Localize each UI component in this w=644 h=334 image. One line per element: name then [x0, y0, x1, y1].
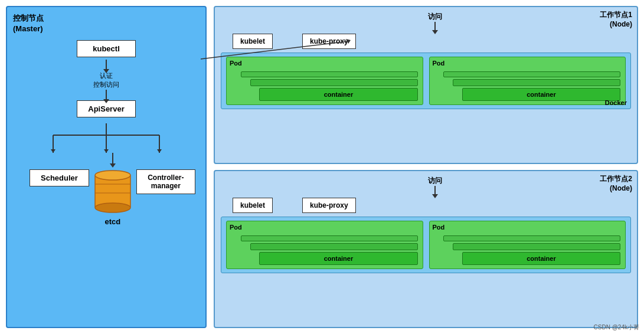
watermark: CSDN @24k小菁 — [594, 323, 639, 332]
auth-label: 认证 控制访问 — [93, 71, 119, 89]
worker1-pod2-container-back1 — [453, 79, 620, 86]
etcd-arrow — [112, 153, 113, 165]
etcd-cylinder-svg — [89, 165, 136, 215]
master-panel: 控制节点 (Master) kubectl 认证 控制访问 ApiServer — [6, 6, 207, 328]
arrow-shaft-2 — [106, 90, 107, 100]
worker2-visit-label: 访问 — [428, 176, 442, 186]
worker1-pod2-container-back2 — [443, 71, 620, 77]
worker1-pod1-container: container — [259, 88, 417, 101]
diagram-container: 控制节点 (Master) kubectl 认证 控制访问 ApiServer — [0, 0, 644, 334]
controller-box: Controller-manager — [136, 169, 195, 194]
scheduler-item: Scheduler — [30, 153, 89, 226]
worker2-visit-arrow — [434, 186, 436, 195]
worker2-label-line1: 工作节点2 — [600, 175, 632, 183]
worker1-kube-proxy-box: kube-proxy — [302, 34, 356, 49]
worker2-label: 工作节点2 (Node) — [600, 175, 632, 193]
svg-point-10 — [95, 171, 130, 180]
worker2-label-line2: (Node) — [610, 184, 632, 192]
etcd-shaft — [112, 153, 113, 165]
worker2-kube-proxy-box: kube-proxy — [302, 198, 356, 213]
etcd-item: etcd — [89, 153, 136, 226]
worker2-kubelet-box: kubelet — [233, 198, 273, 213]
worker1-pod1-container-stack: container — [231, 61, 418, 101]
svg-point-9 — [95, 203, 130, 212]
master-label-line2: (Master) — [13, 24, 43, 33]
arrow-shaft — [106, 60, 107, 70]
worker1-inner: Pod container Pod container — [221, 53, 631, 109]
worker1-visit-label: 访问 — [428, 12, 442, 22]
master-label: 控制节点 (Master) — [13, 13, 200, 34]
worker2-pod2: Pod container — [429, 221, 626, 269]
worker1-pod1-container-back1 — [250, 79, 418, 86]
worker2-pod1-container: container — [259, 252, 417, 265]
three-items: Scheduler — [30, 153, 183, 226]
worker2-pod1-container-back1 — [250, 243, 418, 250]
master-flow: kubectl 认证 控制访问 ApiServer — [13, 40, 200, 226]
kubectl-box: kubectl — [77, 40, 136, 57]
worker1-label-line1: 工作节点1 — [600, 11, 632, 19]
right-panel: 工作节点1 (Node) 访问 kubelet kube-proxy Pod — [214, 6, 638, 328]
worker1-pod2: Pod container — [429, 57, 626, 105]
controller-item: Controller-manager — [136, 153, 195, 226]
worker2-pod2-container-stack: container — [434, 225, 621, 265]
worker-panel-1: 工作节点1 (Node) 访问 kubelet kube-proxy Pod — [214, 6, 638, 164]
auth-line2: 控制访问 — [93, 81, 119, 88]
worker1-pod1: Pod container — [226, 57, 423, 105]
worker2-pod2-container-back1 — [453, 243, 620, 250]
worker2-pod2-container: container — [462, 252, 620, 265]
scheduler-box: Scheduler — [30, 169, 89, 186]
worker1-pod2-container: container — [462, 88, 620, 101]
worker1-kubelet-box: kubelet — [233, 34, 273, 49]
auth-to-api-arrow — [106, 90, 107, 100]
worker1-label: 工作节点1 (Node) — [600, 11, 632, 29]
etcd-label: etcd — [104, 217, 120, 226]
kubectl-to-auth-arrow — [106, 60, 107, 70]
worker1-docker-label: Docker — [605, 99, 627, 106]
master-label-line1: 控制节点 — [13, 14, 44, 22]
worker2-inner: Pod container Pod container — [221, 217, 631, 273]
worker1-pod1-container-back2 — [241, 71, 418, 77]
worker2-pod1-container-back2 — [241, 235, 418, 241]
worker2-pod2-container-back2 — [443, 235, 620, 241]
worker1-pod2-container-stack: container — [434, 61, 621, 101]
worker-panel-2: 工作节点2 (Node) 访问 kubelet kube-proxy Pod — [214, 170, 638, 328]
worker2-pod1: Pod container — [226, 221, 423, 269]
branch-svg — [30, 123, 183, 153]
worker1-label-line2: (Node) — [610, 20, 632, 28]
worker1-visit-arrow — [434, 22, 436, 31]
worker2-pod1-container-stack: container — [231, 225, 418, 265]
